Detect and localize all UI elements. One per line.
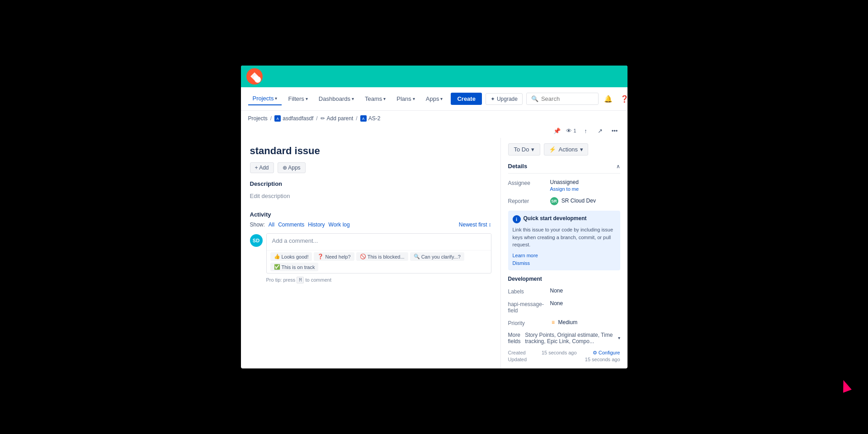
issue-left: standard issue + Add ⊕ Apps Description … xyxy=(241,138,501,368)
nav-apps[interactable]: Apps ▾ xyxy=(421,93,448,105)
priority-medium-icon: ≡ xyxy=(550,319,557,326)
quick-start-icon: i xyxy=(513,215,521,223)
more-fields-button[interactable]: More fields Story Points, Original estim… xyxy=(508,332,620,344)
suggestion-on-track[interactable]: ✅ This is on track xyxy=(270,263,319,271)
suggestion-clarify[interactable]: 🔍 Can you clarify...? xyxy=(410,252,464,261)
suggestion-need-help[interactable]: ❓ Need help? xyxy=(314,252,354,261)
edit-description[interactable]: Edit description xyxy=(250,190,491,202)
search-icon: 🔍 xyxy=(531,95,538,102)
activity-header: Activity xyxy=(250,211,491,218)
updated-row: Updated 15 seconds ago xyxy=(508,357,620,362)
comment-input-area[interactable]: Add a comment... 👍 Looks good! ❓ Need he… xyxy=(266,233,491,274)
actions-button[interactable]: ⚡ Actions ▾ xyxy=(544,143,588,156)
details-header: Details ∧ xyxy=(508,163,620,174)
create-button[interactable]: Create xyxy=(451,93,481,105)
reporter-value: SR SR Cloud Dev xyxy=(550,197,620,205)
quick-start-box: i Quick start development Link this issu… xyxy=(508,211,620,270)
assign-to-me-link[interactable]: Assign to me xyxy=(550,186,620,192)
issue-icon: A xyxy=(360,115,367,122)
configure-link[interactable]: ⚙ Configure xyxy=(593,350,620,356)
search-input[interactable] xyxy=(541,95,591,102)
filter-work-log[interactable]: Work log xyxy=(329,222,350,228)
issue-title: standard issue xyxy=(250,145,491,157)
filters-chevron-icon: ▾ xyxy=(306,96,308,101)
help-button[interactable]: ❓ xyxy=(618,93,627,105)
breadcrumb-add-parent[interactable]: ✏ Add parent xyxy=(321,115,354,122)
svg-point-0 xyxy=(254,75,258,80)
pro-tip: Pro tip: press M to comment xyxy=(250,277,491,283)
nav-bar: Projects ▾ Filters ▾ Dashboards ▾ Teams … xyxy=(241,87,627,111)
watch-icon: 👁 xyxy=(566,127,572,134)
pencil-icon: ✏ xyxy=(321,115,325,122)
watch-button[interactable]: 👁 1 xyxy=(566,125,577,136)
issue-top-icons: 📌 👁 1 ↑ ↗ ••• xyxy=(241,122,627,138)
filter-comments[interactable]: Comments xyxy=(278,222,304,228)
labels-row: Labels None xyxy=(508,288,620,295)
upgrade-icon: ✦ xyxy=(491,96,495,102)
assignee-row: Assignee Unassigned Assign to me xyxy=(508,179,620,192)
browser-window: Projects ▾ Filters ▾ Dashboards ▾ Teams … xyxy=(241,66,627,368)
share-button[interactable]: ↗ xyxy=(595,125,606,136)
status-button[interactable]: To Do ▾ xyxy=(508,143,541,156)
activity-section: Activity Show: All Comments History Work… xyxy=(250,211,491,283)
filter-history[interactable]: History xyxy=(308,222,325,228)
details-collapse-button[interactable]: ∧ xyxy=(616,163,620,170)
reporter-label: Reporter xyxy=(508,197,547,204)
development-section: Development xyxy=(508,276,620,282)
comment-avatar: SD xyxy=(250,234,263,247)
created-label: Created xyxy=(508,350,526,355)
suggestion-blocked[interactable]: 🚫 This is blocked... xyxy=(356,252,408,261)
configure-icon: ⚙ xyxy=(593,350,597,356)
comment-input[interactable]: Add a comment... xyxy=(267,234,491,250)
breadcrumb: Projects / A asdfasdfasdf / ✏ Add parent… xyxy=(241,111,627,122)
quick-start-desc: Link this issue to your code by includin… xyxy=(513,226,616,249)
pin-button[interactable]: 📌 xyxy=(552,125,562,136)
nav-right: ✦ Upgrade 🔍 🔔 ❓ ⚙ SR xyxy=(486,93,627,105)
learn-more-link[interactable]: Learn more xyxy=(513,253,538,258)
nav-plans[interactable]: Plans ▾ xyxy=(392,93,420,105)
labels-label: Labels xyxy=(508,288,547,295)
nav-teams[interactable]: Teams ▾ xyxy=(360,93,390,105)
jira-logo[interactable] xyxy=(246,68,263,85)
issue-right: To Do ▾ ⚡ Actions ▾ Details ∧ Ass xyxy=(501,138,627,368)
assignee-label: Assignee xyxy=(508,179,547,186)
main-content: standard issue + Add ⊕ Apps Description … xyxy=(241,138,627,368)
breadcrumb-project[interactable]: A asdfasdfasdf xyxy=(274,115,313,122)
updated-value: 15 seconds ago xyxy=(585,357,620,362)
timestamps: Created 15 seconds ago ⚙ Configure Updat… xyxy=(508,350,620,362)
status-chevron-icon: ▾ xyxy=(531,146,534,153)
priority-row: Priority ≡ Medium xyxy=(508,319,620,326)
priority-label: Priority xyxy=(508,319,547,326)
add-button[interactable]: + Add xyxy=(250,162,274,173)
notifications-button[interactable]: 🔔 xyxy=(602,93,615,105)
updated-label: Updated xyxy=(508,357,527,362)
breadcrumb-projects[interactable]: Projects xyxy=(248,115,268,122)
hapi-value: None xyxy=(550,300,620,307)
search-box[interactable]: 🔍 xyxy=(526,93,599,105)
show-label: Show: xyxy=(250,222,265,228)
comment-suggestions: 👍 Looks good! ❓ Need help? 🚫 This is blo… xyxy=(267,250,491,273)
breadcrumb-issue-key[interactable]: A AS-2 xyxy=(360,115,381,122)
nav-filters[interactable]: Filters ▾ xyxy=(283,93,312,105)
plans-chevron-icon: ▾ xyxy=(413,96,415,101)
assignee-value: Unassigned Assign to me xyxy=(550,179,620,192)
nav-dashboards[interactable]: Dashboards ▾ xyxy=(314,93,359,105)
more-button[interactable]: ••• xyxy=(609,125,620,136)
apps-chevron-icon: ▾ xyxy=(440,96,443,101)
actions-chevron-icon: ▾ xyxy=(580,146,583,153)
filter-all[interactable]: All xyxy=(269,222,274,228)
dismiss-link[interactable]: Dismiss xyxy=(513,260,616,266)
nav-projects[interactable]: Projects ▾ xyxy=(248,92,282,105)
created-value: 15 seconds ago xyxy=(542,350,577,355)
quick-start-header: i Quick start development xyxy=(513,215,616,223)
apps-button[interactable]: ⊕ Apps xyxy=(278,162,306,173)
suggestion-looks-good[interactable]: 👍 Looks good! xyxy=(270,252,312,261)
reporter-avatar: SR xyxy=(550,197,558,205)
newest-first-button[interactable]: Newest first ↕ xyxy=(459,222,491,228)
issue-actions-row: + Add ⊕ Apps xyxy=(250,162,491,173)
quick-start-title: Quick start development xyxy=(524,215,587,222)
vote-button[interactable]: ↑ xyxy=(580,125,591,136)
project-icon: A xyxy=(274,115,281,122)
activity-filters: Show: All Comments History Work log Newe… xyxy=(250,222,491,228)
upgrade-button[interactable]: ✦ Upgrade xyxy=(486,93,523,105)
